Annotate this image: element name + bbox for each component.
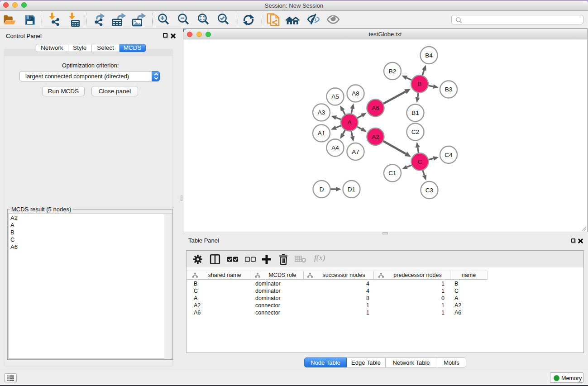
svg-text:A3: A3	[318, 109, 325, 116]
svg-text:B3: B3	[445, 86, 453, 93]
svg-text:A6: A6	[372, 105, 379, 111]
svg-text:C2: C2	[411, 129, 419, 135]
svg-text:A4: A4	[331, 144, 339, 151]
svg-text:B: B	[417, 81, 421, 87]
svg-text:D1: D1	[348, 186, 355, 193]
svg-text:B2: B2	[389, 68, 397, 75]
svg-text:C4: C4	[445, 152, 453, 158]
svg-text:A7: A7	[352, 148, 359, 155]
svg-text:B4: B4	[425, 52, 433, 59]
svg-text:A8: A8	[352, 90, 359, 97]
svg-text:A: A	[347, 119, 351, 126]
svg-text:A5: A5	[331, 93, 339, 100]
svg-text:A1: A1	[318, 130, 325, 137]
svg-text:A2: A2	[372, 133, 379, 140]
svg-text:D: D	[320, 186, 324, 193]
svg-text:C1: C1	[388, 170, 396, 176]
svg-text:B1: B1	[411, 110, 419, 116]
svg-text:C3: C3	[425, 187, 433, 194]
svg-text:C: C	[418, 158, 422, 165]
